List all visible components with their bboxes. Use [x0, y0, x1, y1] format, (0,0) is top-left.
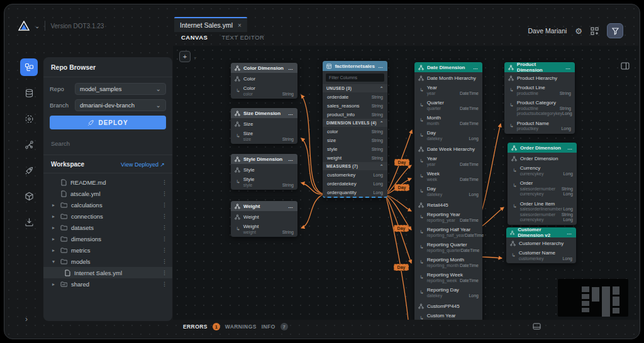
column-row[interactable]: orderdateString: [323, 92, 387, 101]
caret-right-icon[interactable]: ▸: [52, 248, 57, 253]
section-dimension-levels[interactable]: DIMENSION LEVELS (4) ⌃: [323, 119, 387, 127]
row-menu-icon[interactable]: ⋮: [162, 281, 167, 287]
tab-text-editor[interactable]: TEXT EDITOR: [221, 34, 264, 41]
add-node-chevron-icon[interactable]: ⌄: [193, 54, 197, 60]
level-row[interactable]: ↳WeekweekDateTime: [414, 169, 482, 184]
row-menu-icon[interactable]: ⋮: [162, 247, 167, 253]
caret-right-icon[interactable]: ▸: [52, 281, 57, 287]
level-row[interactable]: ↳MonthmonthDateTime: [414, 113, 482, 128]
hierarchy-row[interactable]: Product Hierarchy: [504, 72, 575, 83]
rail-packages-button[interactable]: [20, 187, 38, 205]
row-menu-icon[interactable]: ⋮: [162, 202, 167, 208]
level-row[interactable]: ↳OrdersalesordernumberStringcurrencykeyL…: [508, 178, 577, 199]
settings-gear-icon[interactable]: ⚙: [575, 27, 582, 35]
rail-lineage-button[interactable]: [20, 136, 38, 153]
design-center-button[interactable]: [607, 23, 623, 38]
column-row[interactable]: orderquantityLong: [323, 188, 387, 197]
minimap[interactable]: [558, 279, 628, 317]
tree-row-connections[interactable]: ▸ connections ⋮: [43, 210, 172, 222]
level-row[interactable]: ↳Product LineproductlineString: [504, 83, 575, 98]
node-menu-icon[interactable]: …: [288, 156, 294, 162]
edge-label-chip[interactable]: Day: [394, 264, 409, 271]
node-menu-icon[interactable]: …: [473, 65, 479, 70]
column-row[interactable]: orderdatekeyLong: [323, 179, 387, 188]
level-row[interactable]: ↳Reporting Yearreporting_yearDateTime: [414, 210, 482, 225]
hierarchy-row[interactable]: Date Month Hierarchy: [414, 72, 482, 83]
node-weight-dimension[interactable]: Weight … Weight ↳ Weight weightString: [231, 201, 297, 237]
caret-down-icon[interactable]: ▾: [52, 259, 57, 264]
level-row[interactable]: ↳DaydatekeyLong: [414, 184, 482, 199]
caret-right-icon[interactable]: ▸: [52, 236, 57, 242]
node-color-dimension[interactable]: Color Dimension … Color ↳ Color colorStr…: [231, 63, 297, 99]
chevron-up-icon[interactable]: ⌃: [380, 164, 384, 169]
hierarchy-row[interactable]: Size: [231, 118, 297, 129]
node-menu-icon[interactable]: …: [288, 65, 294, 71]
node-style-dimension[interactable]: Style Dimension … Style ↳ Style styleStr…: [231, 154, 297, 190]
node-factinternetsales[interactable]: factinternetsales … Filter Columns UNUSE…: [323, 61, 387, 198]
chevron-up-icon[interactable]: ⌃: [380, 86, 384, 91]
rail-model-canvas-button[interactable]: [20, 58, 38, 76]
node-order-dimension[interactable]: Order Dimension … Order Dimension ↳Curre…: [508, 143, 577, 225]
info-label[interactable]: INFO: [262, 324, 275, 330]
level-row[interactable]: ↳ Color colorString: [231, 84, 297, 99]
tab-canvas[interactable]: CANVAS: [181, 34, 208, 41]
level-row[interactable]: ↳ Size sizeString: [231, 129, 297, 144]
column-row[interactable]: sales_reasonsString: [323, 101, 387, 110]
caret-right-icon[interactable]: ▸: [52, 225, 57, 231]
errors-count-badge[interactable]: 1: [213, 323, 220, 330]
column-row[interactable]: weightString: [323, 153, 387, 162]
hierarchy-row[interactable]: Customer Hierarchy: [506, 237, 576, 248]
node-customer-dimension-v2[interactable]: Customer Dimension v2 … Customer Hierarc…: [506, 227, 576, 263]
level-row[interactable]: ↳Reporting Weekreporting_weekDateTime: [414, 270, 482, 285]
deploy-button[interactable]: DEPLOY: [50, 116, 166, 129]
chevron-up-icon[interactable]: ⌃: [380, 121, 384, 126]
section-measures[interactable]: MEASURES (7) ⌃: [323, 162, 387, 170]
level-row[interactable]: ↳Reporting Quarterreporting_quarterDateT…: [414, 240, 482, 255]
branch-select[interactable]: dmariani-dev-branch ⌄: [75, 99, 166, 111]
node-product-dimension[interactable]: Product Dimension … Product Hierarchy ↳P…: [504, 62, 575, 134]
node-menu-icon[interactable]: …: [567, 230, 572, 236]
column-row[interactable]: styleString: [323, 144, 387, 153]
search-input[interactable]: [51, 140, 165, 147]
tree-row-internet-sales-yml[interactable]: Internet Sales.yml ⋮: [43, 267, 172, 278]
row-menu-icon[interactable]: ⋮: [162, 258, 167, 264]
column-row[interactable]: customerkeyLong: [323, 170, 387, 179]
add-node-button[interactable]: +: [179, 51, 191, 62]
level-row[interactable]: ↳Reporting Half Yearreporting_half_yearD…: [414, 225, 482, 240]
info-count-badge[interactable]: 7: [280, 323, 288, 330]
rail-import-button[interactable]: [20, 213, 38, 231]
tree-row-metrics[interactable]: ▸ metrics ⋮: [43, 244, 172, 256]
rail-launch-button[interactable]: [20, 161, 38, 179]
rail-settings-button[interactable]: [20, 110, 38, 128]
node-menu-icon[interactable]: …: [288, 204, 294, 209]
hierarchy-row[interactable]: Order Dimension: [508, 153, 577, 163]
hierarchy-row[interactable]: Style: [231, 164, 297, 175]
row-menu-icon[interactable]: ⋮: [162, 236, 167, 242]
sidebar-expand-chevron[interactable]: ›: [25, 315, 28, 324]
level-row[interactable]: ↳CurrencycurrencykeyLong: [508, 163, 577, 178]
level-row[interactable]: ↳DaydatekeyLong: [414, 128, 482, 143]
edge-label-chip[interactable]: Day: [394, 184, 409, 191]
level-row[interactable]: ↳YearyearDateTime: [414, 83, 482, 98]
column-row[interactable]: sizeString: [323, 136, 387, 144]
node-menu-icon[interactable]: …: [565, 65, 571, 70]
tree-row-calculations[interactable]: ▸ calculations ⋮: [43, 199, 172, 210]
model-canvas[interactable]: + ⌄: [173, 46, 638, 320]
tree-row-atscale-yml[interactable]: atscale.yml ⋮: [43, 188, 172, 199]
level-row[interactable]: ↳Custom Yearreporting_yearDateTime: [414, 311, 482, 320]
level-row[interactable]: ↳Product NameproductkeyLong: [504, 119, 575, 134]
level-row[interactable]: ↳Reporting DaydatekeyLong: [414, 285, 482, 300]
hierarchy-row[interactable]: CustomPP445: [414, 300, 482, 311]
row-menu-icon[interactable]: ⋮: [162, 224, 167, 231]
level-row[interactable]: ↳Product CategoryproductlineStringproduc…: [504, 98, 575, 119]
logo-chevron-icon[interactable]: ⌄: [35, 23, 40, 30]
hierarchy-row[interactable]: Retail445: [414, 199, 482, 210]
caret-right-icon[interactable]: ▸: [52, 202, 57, 208]
tab-close-icon[interactable]: ×: [238, 22, 242, 29]
rail-data-catalog-button[interactable]: [20, 84, 38, 102]
level-row[interactable]: ↳YearyearDateTime: [414, 154, 482, 169]
view-deployed-link[interactable]: View Deployed ↗: [121, 161, 165, 168]
hierarchy-row[interactable]: Weight: [231, 211, 297, 222]
level-row[interactable]: ↳Order Line ItemsalesorderlinenumberLong…: [508, 199, 577, 225]
row-menu-icon[interactable]: ⋮: [162, 190, 167, 197]
